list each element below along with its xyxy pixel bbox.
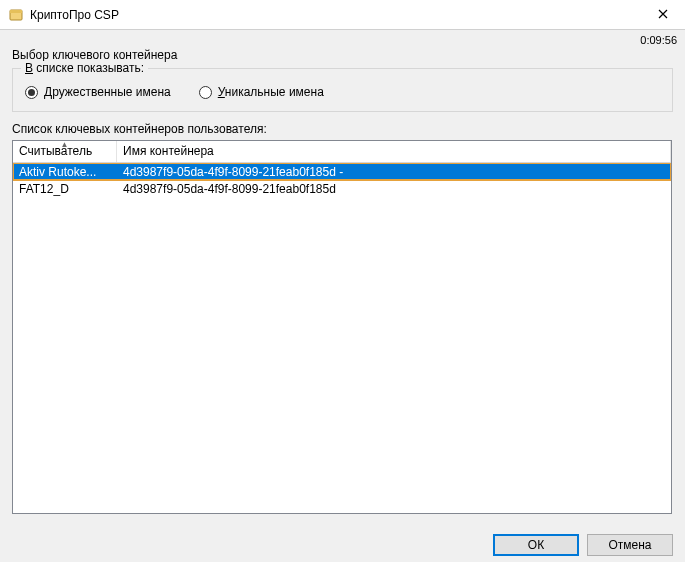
dialog-body: Выбор ключевого контейнера В списке пока…: [0, 30, 685, 524]
close-button[interactable]: [640, 0, 685, 30]
table-row[interactable]: Aktiv Rutoke... 4d3987f9-05da-4f9f-8099-…: [13, 163, 671, 180]
cancel-button[interactable]: Отмена: [587, 534, 673, 556]
radio-unique-names[interactable]: Уникальные имена: [199, 85, 324, 99]
cell-name: 4d3987f9-05da-4f9f-8099-21feab0f185d -: [117, 165, 671, 179]
ok-button[interactable]: ОК: [493, 534, 579, 556]
radio-unique-label: Уникальные имена: [218, 85, 324, 99]
app-icon: [8, 7, 24, 23]
column-header-name[interactable]: Имя контейнера: [117, 141, 671, 162]
radio-friendly-label: Дружественные имена: [44, 85, 171, 99]
show-in-list-group: В списке показывать: Дружественные имена…: [12, 68, 673, 112]
cell-reader: FAT12_D: [13, 182, 117, 196]
window-title: КриптоПро CSP: [30, 8, 119, 22]
cell-name: 4d3987f9-05da-4f9f-8099-21feab0f185d: [117, 182, 671, 196]
cell-reader: Aktiv Rutoke...: [13, 165, 117, 179]
button-row: ОК Отмена: [0, 524, 685, 556]
radio-friendly-names[interactable]: Дружественные имена: [25, 85, 171, 99]
column-header-reader[interactable]: ▲ Считыватель: [13, 141, 117, 162]
containers-label: Список ключевых контейнеров пользователя…: [12, 122, 673, 136]
sort-asc-icon: ▲: [61, 140, 69, 149]
close-icon: [658, 7, 668, 22]
list-body: Aktiv Rutoke... 4d3987f9-05da-4f9f-8099-…: [13, 163, 671, 513]
titlebar: КриптоПро CSP: [0, 0, 685, 30]
radio-unchecked-icon: [199, 86, 212, 99]
radio-checked-icon: [25, 86, 38, 99]
dialog-header: Выбор ключевого контейнера: [12, 48, 673, 62]
containers-listbox[interactable]: ▲ Считыватель Имя контейнера Aktiv Rutok…: [12, 140, 672, 514]
svg-rect-1: [10, 10, 22, 13]
show-in-list-legend: В списке показывать:: [21, 61, 148, 75]
list-header: ▲ Считыватель Имя контейнера: [13, 141, 671, 163]
table-row[interactable]: FAT12_D 4d3987f9-05da-4f9f-8099-21feab0f…: [13, 180, 671, 197]
